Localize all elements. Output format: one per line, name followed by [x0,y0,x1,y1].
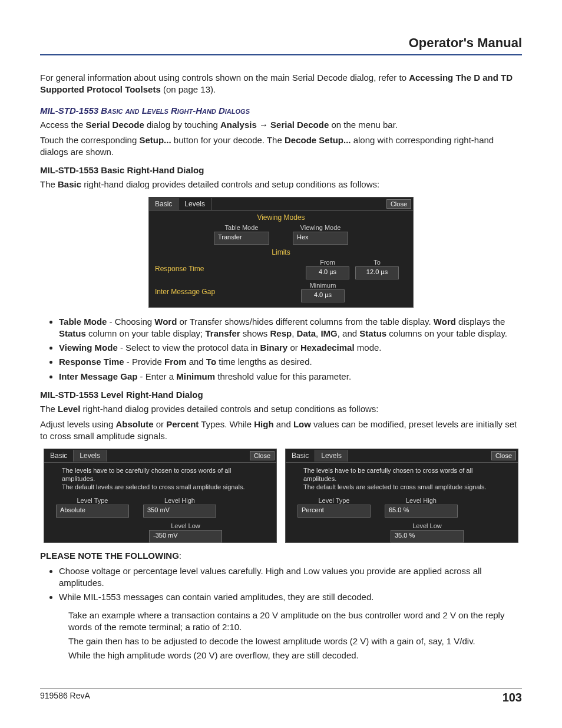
to-input[interactable]: 12.0 µs [355,266,399,279]
level-high-label: Level High [385,497,458,504]
note-indent-block: Take an example where a transaction cont… [68,610,522,662]
level-high-label: Level High [143,497,216,504]
note-bullet-2: While MIL-1553 messages can contain vari… [59,591,522,603]
note-bullets: Choose voltage or percentage level value… [59,565,522,604]
text: Decode Setup... [285,135,351,145]
bullet-table-mode: Table Mode - Choosing Word or Transfer s… [59,316,522,340]
text: Table Mode [59,317,107,327]
from-label: From [306,259,349,266]
level-dialog-percent: Basic Levels Close The levels have to be… [285,449,518,543]
text: Analysis → Serial Decode [220,120,329,130]
text: button for your decode. The [171,135,285,145]
intro-paragraph: For general information about using cont… [40,72,522,96]
viewing-modes-title: Viewing Modes [149,211,413,223]
level-low-label: Level Low [149,522,222,529]
basic-dialog: Basic Levels Close Viewing Modes Table M… [148,197,414,308]
level-low-label: Level Low [391,522,464,529]
level-dialog-intro: The Level right-hand dialog provides det… [40,403,522,415]
text: Data [297,328,316,338]
viewing-mode-input[interactable]: Hex [293,232,348,245]
viewing-mode-label: Viewing Mode [293,224,348,231]
minimum-input[interactable]: 4.0 µs [301,289,345,302]
text: The [40,179,58,189]
text: column on your table display; [86,328,206,338]
basic-dialog-intro: The Basic right-hand dialog provides det… [40,179,522,190]
text: , and [338,328,360,338]
section-heading-basic-levels: MIL-STD-1553 Basic and Levels Right-Hand… [40,106,522,116]
level-hint: The levels have to be carefully chosen t… [44,463,276,495]
tab-levels[interactable]: Levels [315,450,348,462]
text: IMG [320,328,337,338]
text: Serial Decode [86,120,144,130]
level-dialog-heading: MIL-STD-1553 Level Right-Hand Dialog [40,390,522,400]
text: Touch the corresponding [40,135,139,145]
text: Response Time [59,357,124,367]
text: (on page 13). [161,84,216,94]
tab-levels[interactable]: Levels [74,450,107,462]
level-dialog-absolute: Basic Levels Close The levels have to be… [44,449,277,543]
text: Hexadecimal [300,342,355,353]
page-header: Operator's Manual [40,35,522,55]
text: : [179,551,181,561]
text: and [186,357,206,367]
text: displays the [456,317,505,327]
dialog-tabs: Basic Levels Close [149,197,413,211]
page-footer: 919586 RevA 103 [40,688,522,704]
dialog-tabs: Basic Levels Close [286,449,518,463]
text: on the menu bar. [329,120,398,130]
header-title: Operator's Manual [409,35,522,51]
close-button[interactable]: Close [491,451,516,460]
to-label: To [355,259,399,266]
text: right-hand dialog provides detailed cont… [80,404,378,414]
text: Transfer [205,328,240,338]
note-p3: While the high amplitude words (20 V) ar… [68,650,522,661]
level-type-input[interactable]: Absolute [56,505,129,518]
text: Access the [40,120,86,130]
level-type-input[interactable]: Percent [297,505,371,518]
text: mode. [355,342,382,353]
hint-line1: The levels have to be carefully chosen t… [62,467,231,482]
text: shows [240,328,270,338]
tab-levels[interactable]: Levels [178,198,211,210]
from-input[interactable]: 4.0 µs [306,266,349,279]
text: Status [59,328,86,338]
text: Inter Message Gap [59,371,137,381]
table-mode-input[interactable]: Transfer [214,232,269,245]
text: or [154,419,167,429]
tab-basic[interactable]: Basic [149,198,178,210]
text: - Provide [124,357,164,367]
text: Types. While [199,419,254,429]
basic-dialog-heading: MIL-STD-1553 Basic Right-Hand Dialog [40,165,522,175]
text: dialog by touching [144,120,220,130]
text: To [206,357,216,367]
text: Word [154,317,177,327]
level-type-label: Level Type [297,497,371,504]
dialog-tabs: Basic Levels Close [44,449,276,463]
heading-rest: Basic and Levels Right-Hand Dialogs [101,106,250,116]
note-p1: Take an example where a transaction cont… [68,610,522,634]
text: and [274,419,293,429]
text: Basic [58,179,81,189]
close-button[interactable]: Close [386,199,411,209]
minimum-label: Minimum [301,282,345,289]
level-low-input[interactable]: 35.0 % [391,530,464,543]
hint-line2: The default levels are selected to cross… [303,483,487,490]
text: Word [434,317,456,327]
level-high-input[interactable]: 65.0 % [385,505,458,518]
hint-line2: The default levels are selected to cross… [62,483,245,490]
level-high-input[interactable]: 350 mV [143,505,216,518]
text: The [40,404,58,414]
level-type-label: Level Type [56,497,129,504]
close-button[interactable]: Close [250,451,275,460]
text: threshold value for this parameter. [215,371,351,381]
text: Status [359,328,386,338]
tab-basic[interactable]: Basic [286,450,315,462]
heading-prefix: MIL-STD-1553 [40,106,101,116]
hint-line1: The levels have to be carefully chosen t… [303,467,472,482]
tab-basic[interactable]: Basic [44,450,74,462]
text: For general information about using cont… [40,73,409,83]
page-number: 103 [503,691,522,704]
bullet-inter-message-gap: Inter Message Gap - Enter a Minimum thre… [59,371,522,383]
level-low-input[interactable]: -350 mV [149,530,222,543]
text: time lengths as desired. [216,357,312,367]
